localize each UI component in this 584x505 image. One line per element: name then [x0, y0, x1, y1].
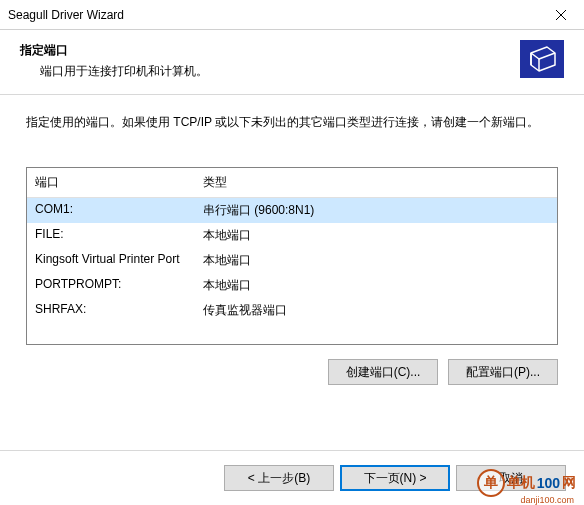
- cell-type: 本地端口: [195, 250, 557, 271]
- close-button[interactable]: [538, 0, 584, 29]
- table-row[interactable]: SHRFAX:传真监视器端口: [27, 298, 557, 323]
- window-title: Seagull Driver Wizard: [8, 8, 124, 22]
- printer-icon: [520, 40, 564, 78]
- cell-port: COM1:: [27, 200, 195, 221]
- cell-port: PORTPROMPT:: [27, 275, 195, 296]
- page-title: 指定端口: [20, 42, 208, 59]
- instruction-text: 指定使用的端口。如果使用 TCP/IP 或以下未列出的其它端口类型进行连接，请创…: [26, 113, 558, 131]
- table-row[interactable]: FILE:本地端口: [27, 223, 557, 248]
- table-row[interactable]: Kingsoft Virtual Printer Port本地端口: [27, 248, 557, 273]
- column-port[interactable]: 端口: [27, 168, 195, 197]
- table-row[interactable]: PORTPROMPT:本地端口: [27, 273, 557, 298]
- table-body: COM1:串行端口 (9600:8N1)FILE:本地端口Kingsoft Vi…: [27, 198, 557, 323]
- cell-port: SHRFAX:: [27, 300, 195, 321]
- wizard-footer: < 上一步(B) 下一页(N) > 取消: [0, 450, 584, 505]
- close-icon: [556, 10, 566, 20]
- wizard-header: 指定端口 端口用于连接打印机和计算机。: [0, 30, 584, 95]
- cell-port: Kingsoft Virtual Printer Port: [27, 250, 195, 271]
- table-header: 端口 类型: [27, 168, 557, 198]
- cell-type: 本地端口: [195, 275, 557, 296]
- titlebar: Seagull Driver Wizard: [0, 0, 584, 30]
- header-text-block: 指定端口 端口用于连接打印机和计算机。: [20, 40, 208, 80]
- back-button[interactable]: < 上一步(B): [224, 465, 334, 491]
- column-type[interactable]: 类型: [195, 168, 557, 197]
- table-row[interactable]: COM1:串行端口 (9600:8N1): [27, 198, 557, 223]
- page-subtitle: 端口用于连接打印机和计算机。: [20, 63, 208, 80]
- cell-type: 传真监视器端口: [195, 300, 557, 321]
- create-port-button[interactable]: 创建端口(C)...: [328, 359, 438, 385]
- watermark-url: danji100.com: [520, 495, 574, 505]
- cell-type: 本地端口: [195, 225, 557, 246]
- cell-type: 串行端口 (9600:8N1): [195, 200, 557, 221]
- port-buttons-row: 创建端口(C)... 配置端口(P)...: [26, 359, 558, 385]
- content-area: 指定使用的端口。如果使用 TCP/IP 或以下未列出的其它端口类型进行连接，请创…: [0, 95, 584, 385]
- configure-port-button[interactable]: 配置端口(P)...: [448, 359, 558, 385]
- next-button[interactable]: 下一页(N) >: [340, 465, 450, 491]
- port-table[interactable]: 端口 类型 COM1:串行端口 (9600:8N1)FILE:本地端口Kings…: [26, 167, 558, 345]
- cancel-button[interactable]: 取消: [456, 465, 566, 491]
- cell-port: FILE:: [27, 225, 195, 246]
